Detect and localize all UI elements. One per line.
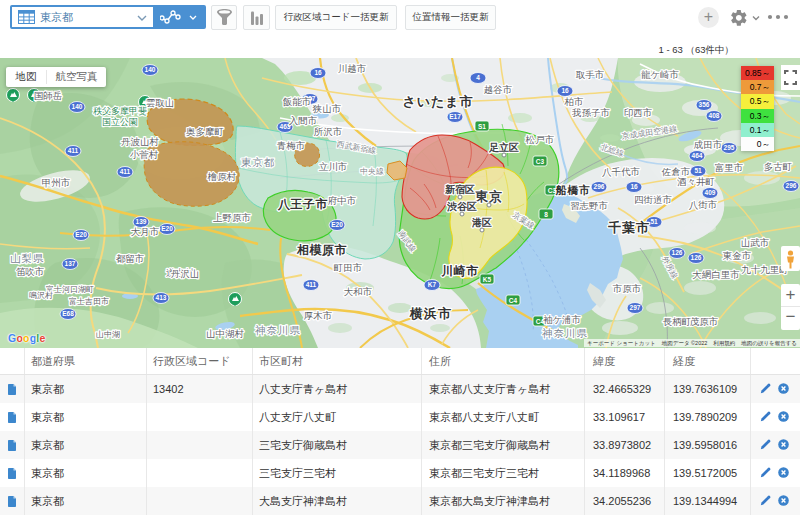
svg-text:中央線: 中央線	[360, 167, 384, 176]
svg-text:16: 16	[314, 69, 322, 76]
svg-text:松戸市: 松戸市	[525, 134, 555, 145]
svg-text:139: 139	[136, 218, 147, 225]
svg-text:山中湖村: 山中湖村	[206, 328, 245, 339]
svg-text:さいたま市: さいたま市	[402, 94, 473, 109]
svg-text:千葉市: 千葉市	[608, 220, 650, 235]
svg-text:柏市: 柏市	[564, 96, 585, 107]
svg-text:東京: 東京	[474, 189, 503, 204]
svg-text:297: 297	[630, 304, 641, 311]
svg-text:八街市: 八街市	[689, 199, 718, 211]
svg-text:51: 51	[650, 218, 658, 225]
svg-text:411: 411	[68, 147, 79, 154]
svg-text:鳴沢村: 鳴沢村	[29, 291, 53, 300]
svg-text:C3: C3	[536, 158, 545, 165]
svg-text:140: 140	[72, 103, 83, 110]
svg-text:狭山市: 狭山市	[312, 103, 342, 114]
svg-text:小菅村: 小菅村	[130, 149, 159, 160]
svg-text:51: 51	[694, 167, 702, 174]
svg-text:356: 356	[699, 101, 710, 108]
svg-text:奥多摩町: 奥多摩町	[186, 126, 224, 137]
svg-text:464: 464	[692, 152, 703, 159]
svg-text:大月市: 大月市	[131, 226, 160, 237]
svg-text:山武市: 山武市	[741, 237, 770, 248]
svg-text:409: 409	[705, 189, 716, 196]
svg-text:上野原市: 上野原市	[213, 212, 252, 223]
svg-text:町田市: 町田市	[334, 262, 363, 273]
svg-text:我孫子市: 我孫子市	[571, 107, 611, 118]
svg-text:都留市: 都留市	[116, 253, 145, 264]
svg-text:袖ケ浦市: 袖ケ浦市	[543, 314, 582, 325]
svg-text:大網白里市: 大網白里市	[692, 269, 740, 280]
svg-text:E68: E68	[62, 310, 74, 317]
svg-text:檜原村: 檜原村	[207, 171, 237, 182]
svg-text:E20: E20	[161, 225, 173, 232]
svg-text:C4: C4	[509, 297, 518, 304]
svg-text:川崎市: 川崎市	[440, 264, 479, 278]
svg-text:甲州市: 甲州市	[42, 177, 71, 188]
svg-text:四街道市: 四街道市	[634, 194, 673, 205]
svg-text:4: 4	[476, 74, 480, 81]
svg-text:神奈川県: 神奈川県	[542, 327, 588, 339]
svg-text:足立区: 足立区	[488, 142, 519, 153]
svg-text:137: 137	[65, 260, 76, 267]
svg-text:港区: 港区	[471, 217, 492, 228]
svg-text:408: 408	[709, 112, 720, 119]
svg-text:丹沢山: 丹沢山	[171, 268, 200, 279]
svg-text:龍ケ崎市: 龍ケ崎市	[641, 69, 680, 80]
svg-text:笛吹市: 笛吹市	[16, 266, 45, 277]
svg-text:国立公園: 国立公園	[102, 117, 138, 127]
svg-text:E20: E20	[75, 231, 87, 238]
svg-text:越谷市: 越谷市	[484, 84, 513, 95]
svg-text:16: 16	[630, 183, 638, 190]
svg-text:S1: S1	[478, 123, 486, 130]
svg-text:船橋市: 船橋市	[555, 184, 591, 196]
svg-text:E17: E17	[449, 113, 461, 120]
svg-text:K7: K7	[428, 281, 437, 288]
svg-text:市原市: 市原市	[612, 283, 642, 294]
svg-text:多古町: 多古町	[764, 161, 793, 172]
svg-text:秩父多摩甲斐: 秩父多摩甲斐	[93, 106, 147, 116]
svg-text:国師岳: 国師岳	[34, 90, 63, 101]
svg-text:山梨県: 山梨県	[10, 252, 45, 264]
svg-text:川越市: 川越市	[338, 63, 367, 74]
svg-text:大和市: 大和市	[344, 286, 373, 297]
svg-text:長柄町: 長柄町	[663, 316, 692, 327]
svg-text:取手市: 取手市	[576, 69, 605, 80]
svg-text:横浜市: 横浜市	[409, 306, 452, 321]
svg-text:140: 140	[145, 66, 156, 73]
svg-text:296: 296	[786, 182, 797, 189]
svg-text:K5: K5	[483, 276, 492, 283]
svg-text:126: 126	[691, 254, 702, 261]
svg-text:印西市: 印西市	[624, 107, 653, 118]
svg-text:習志野市: 習志野市	[570, 200, 609, 211]
svg-text:厚木市: 厚木市	[304, 310, 333, 321]
svg-text:411: 411	[306, 281, 317, 288]
svg-text:府中市: 府中市	[328, 195, 357, 206]
svg-text:青梅市: 青梅市	[277, 140, 306, 151]
svg-text:雲取山: 雲取山	[146, 97, 175, 108]
svg-text:413: 413	[156, 294, 167, 301]
svg-text:東京都: 東京都	[241, 156, 276, 168]
svg-text:126: 126	[672, 249, 683, 256]
svg-text:8: 8	[544, 211, 548, 218]
svg-text:八千代市: 八千代市	[602, 166, 641, 178]
svg-text:成田市: 成田市	[694, 139, 723, 150]
svg-text:富里市: 富里市	[715, 162, 744, 173]
svg-text:八王子市: 八王子市	[277, 197, 328, 211]
svg-text:富士河口湖町: 富士河口湖町	[46, 285, 94, 294]
svg-text:富士吉田市: 富士吉田市	[69, 297, 109, 306]
svg-text:入間市: 入間市	[289, 115, 318, 126]
svg-text:茂原市: 茂原市	[690, 316, 719, 327]
svg-text:所沢市: 所沢市	[314, 126, 343, 137]
svg-text:新宿区: 新宿区	[444, 184, 475, 195]
svg-text:E20: E20	[331, 221, 343, 228]
svg-text:丹波山村: 丹波山村	[121, 136, 160, 147]
svg-text:411: 411	[120, 168, 131, 175]
svg-text:山中湖: 山中湖	[96, 330, 120, 339]
svg-text:16: 16	[561, 87, 569, 94]
svg-text:酒々井町: 酒々井町	[677, 176, 715, 187]
svg-text:295: 295	[724, 144, 735, 151]
svg-text:296: 296	[594, 183, 605, 190]
svg-text:相模原市: 相模原市	[296, 243, 347, 257]
svg-text:飯能市: 飯能市	[283, 96, 312, 107]
